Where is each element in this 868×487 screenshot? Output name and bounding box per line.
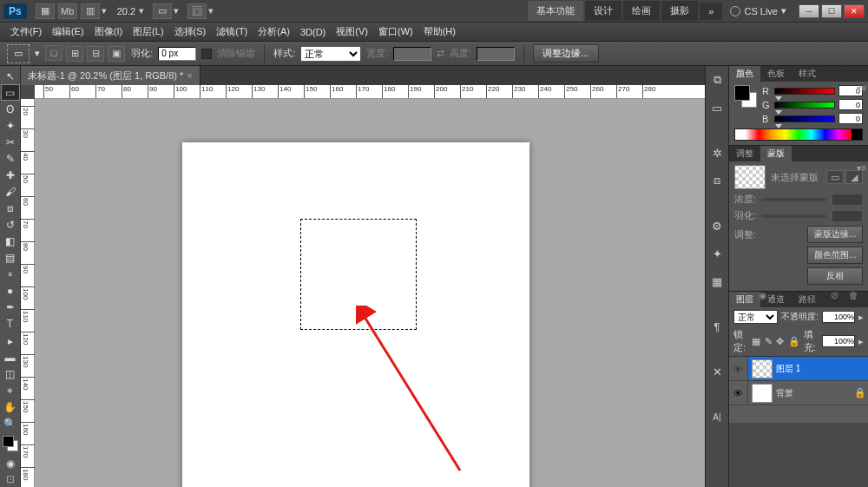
maximize-button[interactable]: ☐ xyxy=(821,4,842,18)
character-panel-icon[interactable]: ¶ xyxy=(707,316,727,337)
color-range-button[interactable]: 颜色范围... xyxy=(807,247,863,264)
tab-masks[interactable]: 蒙版 xyxy=(760,146,792,161)
menu-3d[interactable]: 3D(D) xyxy=(295,24,331,40)
color-swatches[interactable] xyxy=(1,431,20,455)
shape-tool-icon[interactable]: ▬ xyxy=(1,349,20,365)
g-value-input[interactable] xyxy=(838,99,863,110)
layer-thumbnail[interactable] xyxy=(752,384,773,403)
menu-edit[interactable]: 编辑(E) xyxy=(47,23,89,41)
refine-edge-button[interactable]: 调整边缘... xyxy=(533,44,598,63)
chevron-icon[interactable]: ▸ xyxy=(858,336,864,347)
quickmask-icon[interactable]: ◉ xyxy=(1,456,20,471)
panel-menu-icon[interactable]: ▾≡ xyxy=(857,83,866,93)
brush-panel-icon[interactable]: ✲ xyxy=(707,142,727,163)
tab-styles[interactable]: 样式 xyxy=(792,66,823,82)
g-slider[interactable] xyxy=(774,102,835,109)
menu-image[interactable]: 图像(I) xyxy=(89,23,128,41)
close-button[interactable]: ✕ xyxy=(844,4,865,18)
ruler-vertical[interactable]: 2030405060708090100110120130140150160170… xyxy=(21,99,35,487)
color-fgbg-swatch[interactable] xyxy=(734,85,757,108)
extras-icon[interactable]: ⿴ xyxy=(187,3,207,19)
pen-tool-icon[interactable]: ✒ xyxy=(1,299,20,316)
apply-mask-icon[interactable]: ◉ xyxy=(757,290,769,301)
move-tool-icon[interactable]: ↖ xyxy=(1,68,20,84)
style-select[interactable]: 正常 xyxy=(300,46,361,62)
lock-position-icon[interactable]: ✥ xyxy=(776,335,785,347)
chevron-down-icon[interactable]: ▾ xyxy=(139,5,144,16)
workspace-photography[interactable]: 摄影 xyxy=(661,1,698,21)
screen-mode-icon[interactable]: ⊡ xyxy=(1,471,20,487)
b-value-input[interactable] xyxy=(838,113,863,124)
arrange-docs-icon[interactable]: ▥ xyxy=(81,3,100,19)
marquee-tool-icon[interactable]: ▭ xyxy=(1,84,20,101)
close-tab-icon[interactable]: × xyxy=(187,70,192,81)
gradient-tool-icon[interactable]: ▤ xyxy=(1,250,20,267)
hand-tool-icon[interactable]: ✋ xyxy=(1,398,20,415)
menu-analysis[interactable]: 分析(A) xyxy=(253,23,295,41)
minibridge-icon[interactable]: Mb xyxy=(58,3,77,19)
history-brush-tool-icon[interactable]: ↺ xyxy=(1,217,20,234)
menu-layer[interactable]: 图层(L) xyxy=(128,23,168,41)
mask-from-selection-icon[interactable]: ◌ xyxy=(738,290,750,301)
opacity-input[interactable] xyxy=(822,311,855,323)
menu-filter[interactable]: 滤镜(T) xyxy=(211,23,253,41)
spectrum-picker[interactable] xyxy=(734,128,863,141)
lock-transparent-icon[interactable]: ▦ xyxy=(752,335,760,347)
marquee-selection[interactable] xyxy=(300,219,417,330)
tab-adjustments[interactable]: 调整 xyxy=(729,146,760,161)
new-selection-icon[interactable]: □ xyxy=(45,45,62,61)
actions-panel-icon[interactable]: ▭ xyxy=(707,97,727,118)
histogram-panel-icon[interactable]: ▦ xyxy=(707,271,727,292)
menu-help[interactable]: 帮助(H) xyxy=(418,23,461,41)
healing-tool-icon[interactable]: ✚ xyxy=(1,167,20,183)
path-select-tool-icon[interactable]: ▸ xyxy=(1,332,20,349)
layer-name[interactable]: 图层 1 xyxy=(776,363,868,375)
tab-color[interactable]: 颜色 xyxy=(729,66,760,82)
visibility-eye-icon[interactable]: 👁 xyxy=(729,381,748,405)
workspace-painting[interactable]: 绘画 xyxy=(623,1,660,21)
layer-thumbnail[interactable] xyxy=(752,359,773,378)
clonesource-panel-icon[interactable]: ⧈ xyxy=(707,170,727,191)
mask-edge-button[interactable]: 蒙版边缘... xyxy=(807,226,863,243)
brush-tool-icon[interactable]: 🖌 xyxy=(1,183,20,200)
layer-row[interactable]: 👁 图层 1 xyxy=(729,357,868,381)
minimize-button[interactable]: ─ xyxy=(799,4,819,18)
delete-mask-icon[interactable]: 🗑 xyxy=(847,290,859,301)
menu-select[interactable]: 选择(S) xyxy=(169,23,212,41)
tab-swatches[interactable]: 色板 xyxy=(760,66,792,82)
eyedropper-tool-icon[interactable]: ✎ xyxy=(1,150,20,167)
r-slider[interactable] xyxy=(774,88,835,95)
navigator-panel-icon[interactable]: ⚙ xyxy=(707,215,727,236)
pixel-mask-icon[interactable]: ▭ xyxy=(826,170,844,184)
menu-window[interactable]: 窗口(W) xyxy=(373,23,418,41)
paragraph-panel-icon[interactable]: A| xyxy=(707,406,727,427)
eraser-tool-icon[interactable]: ◧ xyxy=(1,234,20,250)
bridge-icon[interactable]: ▦ xyxy=(36,3,55,19)
stamp-tool-icon[interactable]: ⧈ xyxy=(1,201,20,217)
fill-input[interactable] xyxy=(822,335,855,347)
dodge-tool-icon[interactable]: ● xyxy=(1,283,20,299)
layer-name[interactable]: 背景 xyxy=(776,387,854,399)
type-tool-icon[interactable]: T xyxy=(1,316,20,332)
zoom-level[interactable]: 20.2 xyxy=(117,6,135,16)
cslive-button[interactable]: CS Live ▾ xyxy=(730,5,786,16)
invert-button[interactable]: 反相 xyxy=(807,267,863,285)
3d-camera-tool-icon[interactable]: ⌖ xyxy=(1,382,20,398)
document-tab[interactable]: 未标题-1 @ 20.2% (图层 1, RGB/8) * × xyxy=(21,66,201,85)
tool-presets-panel-icon[interactable]: ✕ xyxy=(707,361,727,382)
workspace-more[interactable]: » xyxy=(700,3,722,20)
lock-all-icon[interactable]: 🔒 xyxy=(788,335,800,347)
visibility-eye-icon[interactable]: 👁 xyxy=(729,357,748,380)
blend-mode-select[interactable]: 正常 xyxy=(733,310,778,324)
hand-tool-icon[interactable]: ▭ xyxy=(153,3,172,19)
panel-menu-icon[interactable]: ▾≡ xyxy=(857,163,866,173)
chevron-down-icon[interactable]: ▾ xyxy=(102,5,107,16)
lasso-tool-icon[interactable]: ʘ xyxy=(1,101,20,117)
chevron-down-icon[interactable]: ▾ xyxy=(174,5,179,16)
feather-input[interactable] xyxy=(158,47,196,61)
disable-mask-icon[interactable]: ⊘ xyxy=(828,290,840,301)
chevron-down-icon[interactable]: ▾ xyxy=(35,48,40,59)
b-slider[interactable] xyxy=(774,115,835,122)
subtract-selection-icon[interactable]: ⊟ xyxy=(87,46,104,62)
chevron-down-icon[interactable]: ▾ xyxy=(208,5,214,16)
